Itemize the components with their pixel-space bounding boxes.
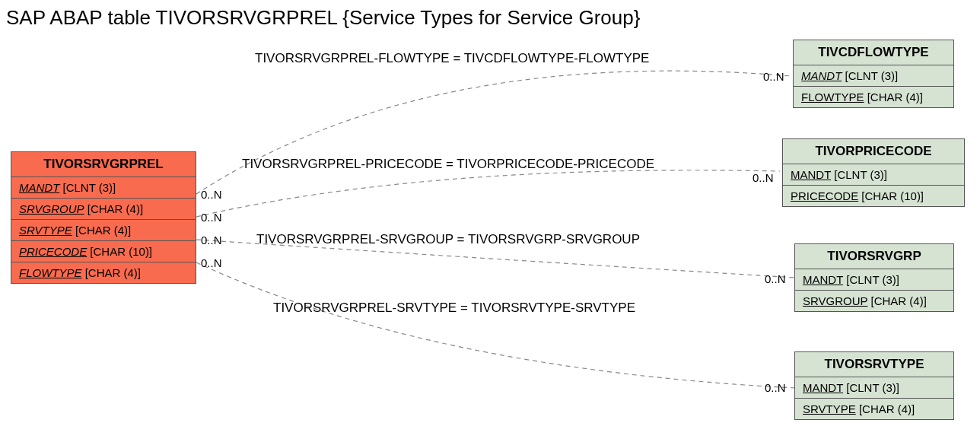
relation-label: TIVORSRVGRPREL-SRVTYPE = TIVORSRVTYPE-SR… (273, 300, 635, 316)
relation-label: TIVORSRVGRPREL-SRVGROUP = TIVORSRVGRP-SR… (256, 232, 640, 247)
cardinality-left: 0..N (201, 256, 222, 269)
relation-label: TIVORSRVGRPREL-FLOWTYPE = TIVCDFLOWTYPE-… (255, 51, 649, 66)
entity-tivorsrvtype: TIVORSRVTYPE MANDT [CLNT (3)] SRVTYPE [C… (794, 351, 954, 420)
entity-tivorsrvgrp: TIVORSRVGRP MANDT [CLNT (3)] SRVGROUP [C… (794, 243, 954, 312)
cardinality-right: 0..N (765, 381, 786, 394)
field-row: PRICECODE [CHAR (10)] (11, 241, 196, 262)
cardinality-right: 0..N (763, 70, 784, 83)
field-row: SRVTYPE [CHAR (4)] (795, 399, 953, 419)
field-row: PRICECODE [CHAR (10)] (783, 186, 964, 206)
field-row: FLOWTYPE [CHAR (4)] (11, 262, 196, 283)
cardinality-left: 0..N (201, 188, 222, 201)
entity-tivcdflowtype: TIVCDFLOWTYPE MANDT [CLNT (3)] FLOWTYPE … (793, 40, 954, 108)
diagram-title: SAP ABAP table TIVORSRVGRPREL {Service T… (6, 6, 640, 30)
entity-header: TIVORPRICECODE (783, 139, 964, 164)
cardinality-left: 0..N (201, 211, 222, 224)
field-row: SRVGROUP [CHAR (4)] (11, 199, 196, 220)
field-row: SRVTYPE [CHAR (4)] (11, 220, 196, 241)
entity-header: TIVORSRVGRPREL (11, 152, 196, 177)
entity-tivorpricecode: TIVORPRICECODE MANDT [CLNT (3)] PRICECOD… (782, 138, 965, 207)
field-row: MANDT [CLNT (3)] (795, 377, 953, 399)
entity-header: TIVORSRVGRP (795, 244, 953, 269)
field-row: SRVGROUP [CHAR (4)] (795, 291, 953, 311)
field-row: FLOWTYPE [CHAR (4)] (794, 87, 953, 107)
entity-tivorsrvgrprel: TIVORSRVGRPREL MANDT [CLNT (3)] SRVGROUP… (11, 151, 196, 284)
cardinality-right: 0..N (752, 171, 774, 184)
field-row: MANDT [CLNT (3)] (783, 164, 964, 186)
field-row: MANDT [CLNT (3)] (11, 177, 196, 199)
entity-header: TIVCDFLOWTYPE (794, 40, 953, 65)
relation-label: TIVORSRVGRPREL-PRICECODE = TIVORPRICECOD… (242, 157, 654, 172)
cardinality-right: 0..N (765, 272, 786, 285)
field-row: MANDT [CLNT (3)] (794, 65, 953, 87)
entity-header: TIVORSRVTYPE (795, 352, 953, 377)
cardinality-left: 0..N (201, 234, 222, 246)
field-row: MANDT [CLNT (3)] (795, 269, 953, 291)
